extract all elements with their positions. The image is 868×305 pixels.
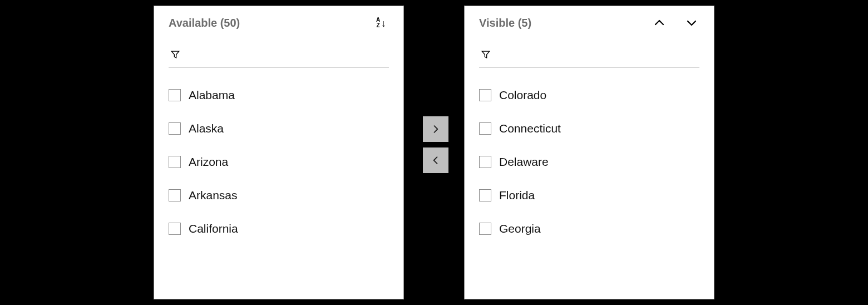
item-label: Arkansas [189,189,238,202]
visible-panel: Visible (5) [464,6,714,299]
list-item[interactable]: Alabama [169,78,389,112]
item-label: Alaska [189,122,224,135]
checkbox[interactable] [479,189,491,201]
checkbox[interactable] [169,223,181,235]
filter-icon [169,48,182,61]
visible-list: Colorado Connecticut Delaware Florida Ge… [465,73,714,245]
move-item-up-button[interactable] [652,15,667,31]
available-header-actions: AZ ↓ [373,15,389,31]
move-left-button[interactable] [423,147,448,173]
item-label: Delaware [499,155,549,169]
move-item-down-button[interactable] [684,15,699,31]
list-item[interactable]: Georgia [479,212,699,245]
chevron-left-icon [430,155,441,166]
checkbox[interactable] [479,89,491,101]
checkbox[interactable] [169,189,181,201]
checkbox[interactable] [169,122,181,135]
checkbox[interactable] [479,156,491,168]
sort-az-button[interactable]: AZ ↓ [373,15,389,31]
list-item[interactable]: Alaska [169,112,389,145]
list-item[interactable]: Connecticut [479,112,699,145]
visible-header-actions [652,15,699,31]
visible-filter-row [479,45,699,67]
checkbox[interactable] [169,89,181,101]
item-label: Colorado [499,88,546,102]
transfer-buttons [423,116,448,173]
sort-az-icon: AZ ↓ [376,17,386,28]
available-filter-input[interactable] [182,47,389,61]
list-item[interactable]: California [169,212,389,245]
visible-filter-input[interactable] [492,47,699,61]
item-label: Georgia [499,222,541,235]
available-header: Available (50) AZ ↓ [154,6,403,34]
chevron-down-icon [685,16,698,29]
checkbox[interactable] [479,223,491,235]
chevron-right-icon [430,124,441,135]
chevron-up-icon [653,16,666,29]
available-panel: Available (50) AZ ↓ Alabam [154,6,404,299]
available-filter-row [169,45,389,67]
checkbox[interactable] [169,156,181,168]
item-label: Arizona [189,155,228,169]
checkbox[interactable] [479,122,491,135]
list-item[interactable]: Arizona [169,145,389,179]
move-right-button[interactable] [423,116,448,142]
list-item[interactable]: Arkansas [169,179,389,212]
list-item[interactable]: Colorado [479,78,699,112]
filter-icon [479,48,492,61]
visible-title: Visible (5) [479,17,531,29]
visible-header: Visible (5) [465,6,714,34]
item-label: Florida [499,189,535,202]
item-label: California [189,222,238,235]
available-title: Available (50) [169,17,240,29]
available-list: Alabama Alaska Arizona Arkansas Californ… [154,73,403,245]
item-label: Connecticut [499,122,561,135]
item-label: Alabama [189,88,235,102]
list-item[interactable]: Delaware [479,145,699,179]
list-item[interactable]: Florida [479,179,699,212]
